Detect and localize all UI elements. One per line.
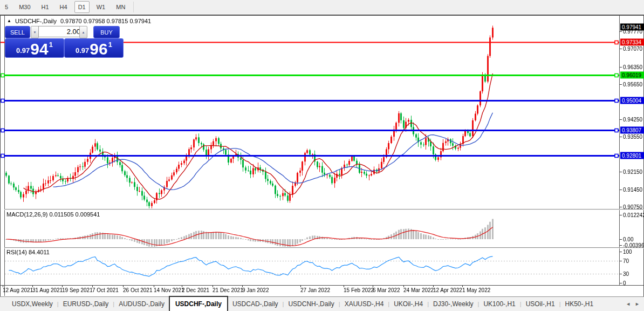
timeframe-button-5[interactable]: 5 xyxy=(1,1,12,13)
date-label: 1 May 2022 xyxy=(462,287,490,293)
price-level-badge: 0.96019 xyxy=(620,72,644,79)
timeframe-button-d1[interactable]: D1 xyxy=(74,1,90,13)
symbol-tab-uk100[interactable]: UK100-,H1 xyxy=(479,297,519,311)
sell-button[interactable]: SELL xyxy=(5,26,30,38)
price-level-badge: 0.97334 xyxy=(620,39,644,46)
chart-ohlc-values: 0.97870 0.97958 0.97815 0.97941 xyxy=(60,18,151,24)
timeframe-button-w1[interactable]: W1 xyxy=(93,1,109,13)
date-label: 12 Apr 2022 xyxy=(433,287,462,293)
date-label: 15 Feb 2022 xyxy=(344,287,374,293)
one-click-trade-panel: SELL ▼ ▲ BUY 0.97 94 1 0.97 96 1 xyxy=(5,26,123,57)
date-label: 14 Nov 2021 xyxy=(154,287,184,293)
price-tick: 0.92150 xyxy=(623,169,642,175)
price-tick: 0.94250 xyxy=(623,116,642,122)
symbol-tab-dj30[interactable]: DJ30-,Weekly xyxy=(429,297,477,311)
tab-scroll-arrows: ◄► xyxy=(626,297,644,311)
sell-price-prefix: 0.97 xyxy=(16,46,30,55)
date-label: 27 Jan 2022 xyxy=(300,287,330,293)
buy-price-big-digits: 96 xyxy=(90,42,107,56)
macd-axis-tick: -0.003963 xyxy=(623,242,644,248)
timeframe-button-mn[interactable]: MN xyxy=(112,1,129,13)
price-tick: 0.97070 xyxy=(623,46,642,52)
date-label: 9 Jan 2022 xyxy=(242,287,269,293)
symbol-tab-bar: USDX,Weekly|EURUSD-,Daily|AUDUSD-,DailyU… xyxy=(0,296,644,311)
tab-scroll-right-icon[interactable]: ► xyxy=(635,301,640,307)
price-level-badge: 0.92801 xyxy=(620,152,644,159)
price-level-badge: 0.97941 xyxy=(620,24,644,31)
date-label: 19 Sep 2021 xyxy=(62,287,93,293)
symbol-up-arrow-icon: ▲ xyxy=(7,18,11,23)
rsi-axis-tick: 0 xyxy=(623,280,626,286)
timeframe-button-h1[interactable]: H1 xyxy=(38,1,53,13)
sell-price-panel[interactable]: 0.97 94 1 xyxy=(5,38,64,58)
buy-button[interactable]: BUY xyxy=(93,26,120,38)
symbol-tab-hk50[interactable]: HK50-,H1 xyxy=(561,297,598,311)
date-label: 12 Aug 2021 xyxy=(3,287,33,293)
rsi-axis-tick: 30 xyxy=(623,271,629,276)
price-tick: 0.95650 xyxy=(623,82,642,87)
date-label: 2 Dec 2021 xyxy=(182,287,209,293)
price-level-badge: 0.95004 xyxy=(620,97,644,104)
price-level-badge: 0.93807 xyxy=(620,127,644,134)
chevron-up-icon: ▲ xyxy=(82,31,85,34)
date-label: 24 Mar 2022 xyxy=(403,287,434,293)
toolbar-separator xyxy=(133,2,134,12)
timeframe-button-m30[interactable]: M30 xyxy=(15,1,34,13)
symbol-tab-usdcad[interactable]: USDCAD-,Daily xyxy=(228,297,283,311)
date-label: 21 Dec 2021 xyxy=(213,287,243,293)
volume-increase-button[interactable]: ▲ xyxy=(79,26,87,38)
rsi-axis-tick: 70 xyxy=(623,258,629,264)
date-label: 6 Mar 2022 xyxy=(373,287,400,293)
price-tick: 0.91450 xyxy=(623,186,642,192)
symbol-tab-usdx[interactable]: USDX,Weekly xyxy=(8,297,57,311)
date-label: 31 Aug 2021 xyxy=(32,287,63,293)
symbol-tab-audusd[interactable]: AUDUSD-,Daily xyxy=(114,297,169,311)
buy-price-pipette: 1 xyxy=(108,40,112,49)
date-label: 26 Oct 2021 xyxy=(123,287,152,293)
symbol-tab-usdchf[interactable]: USDCHF-,Daily xyxy=(169,296,228,311)
chevron-down-icon: ▼ xyxy=(33,31,37,34)
tab-scroll-left-icon[interactable]: ◄ xyxy=(626,301,631,307)
macd-indicator-label: MACD(12,26,9) 0.011505 0.009541 xyxy=(6,211,100,218)
timeframe-button-h4[interactable]: H4 xyxy=(56,1,71,13)
sell-price-pipette: 1 xyxy=(49,40,53,49)
macd-axis-tick: 0.012242 xyxy=(623,212,644,218)
sell-price-big-digits: 94 xyxy=(30,42,48,56)
buy-price-panel[interactable]: 0.97 96 1 xyxy=(64,38,124,58)
price-tick: 0.96350 xyxy=(623,64,642,70)
buy-price-prefix: 0.97 xyxy=(76,46,89,55)
symbol-tab-ukoil[interactable]: UKOil-,H4 xyxy=(389,297,427,311)
chart-symbol-label: USDCHF-,Daily xyxy=(15,18,57,24)
symbol-tab-eurusd[interactable]: EURUSD-,Daily xyxy=(59,297,113,311)
rsi-indicator-label: RSI(14) 84.4011 xyxy=(6,249,50,255)
symbol-tab-usdcnh[interactable]: USDCNH-,Daily xyxy=(284,297,338,311)
symbol-tab-xauusd[interactable]: XAUUSD-,H4 xyxy=(340,297,388,311)
date-label: 7 Oct 2021 xyxy=(92,287,119,293)
rsi-axis-tick: 100 xyxy=(623,249,632,255)
macd-axis-tick: 0.00 xyxy=(623,236,633,242)
price-tick: 0.90750 xyxy=(623,204,642,210)
volume-input[interactable] xyxy=(38,26,83,37)
chart-title: ▲ USDCHF-,Daily 0.97870 0.97958 0.97815 … xyxy=(7,18,151,24)
symbol-tab-usoil[interactable]: USOil-,H1 xyxy=(522,297,559,311)
volume-decrease-button[interactable]: ▼ xyxy=(31,26,39,38)
price-tick: 0.93550 xyxy=(623,134,642,140)
timeframe-toolbar[interactable]: 5M30H1H4D1W1MN xyxy=(0,0,644,14)
